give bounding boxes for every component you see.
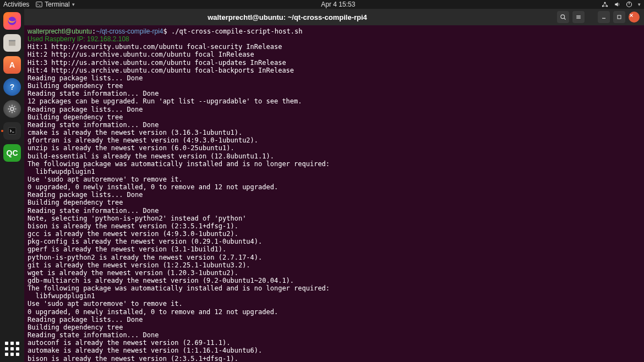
volume-icon[interactable] [614,1,620,8]
power-icon[interactable] [626,1,632,8]
svg-point-20 [10,107,14,111]
search-icon [560,14,566,20]
grid-icon [5,342,19,356]
maximize-icon [616,14,623,20]
search-button[interactable] [557,11,569,23]
dock-help[interactable]: ? [3,78,21,96]
menu-button[interactable] [572,11,585,23]
hamburger-icon [575,14,582,20]
svg-rect-19 [9,41,15,46]
maximize-button[interactable] [613,11,625,23]
gear-icon [7,104,17,114]
svg-rect-18 [9,40,15,41]
svg-rect-21 [8,128,16,134]
terminal-launcher-icon [7,126,17,136]
clock[interactable]: Apr 4 15:53 [75,1,602,8]
dock-files[interactable] [3,34,21,52]
svg-line-9 [564,18,566,20]
active-indicator [1,130,3,132]
firefox-icon [7,15,18,26]
close-icon [629,13,634,18]
top-panel: Activities Terminal ▾ Apr 4 15:53 ▾ [0,0,644,9]
svg-rect-0 [36,2,42,7]
dock-firefox[interactable] [3,12,21,30]
terminal-viewport[interactable]: walterprechtl@ubuntu:~/qt-cross-compile-… [24,25,644,362]
terminal-app-menu[interactable]: Terminal ▾ [36,1,74,8]
show-apps-button[interactable] [3,340,21,358]
activities-button[interactable]: Activities [3,1,29,8]
dock-qc[interactable]: QC [3,144,21,162]
network-icon[interactable] [602,1,608,8]
svg-rect-14 [618,15,621,19]
bag-icon: A [9,61,15,69]
svg-point-8 [561,15,565,19]
help-icon: ? [10,83,15,91]
minimize-button[interactable] [598,11,610,23]
minimize-icon [601,14,607,20]
window-title-bar: walterprechtl@ubuntu: ~/qt-cross-compile… [0,9,644,25]
folder-icon [7,38,17,48]
dock-terminal[interactable] [3,122,21,140]
dock-settings[interactable] [3,100,21,118]
close-button[interactable] [629,12,640,23]
system-menu-chevron-icon[interactable]: ▾ [638,2,641,7]
terminal-icon [36,1,42,8]
dock: A ? QC [0,9,24,362]
chevron-down-icon: ▾ [72,2,75,7]
terminal-output: walterprechtl@ubuntu:~/qt-cross-compile-… [28,28,641,362]
window-title: walterprechtl@ubuntu: ~/qt-cross-compile… [21,13,554,21]
dock-software[interactable]: A [3,56,21,74]
